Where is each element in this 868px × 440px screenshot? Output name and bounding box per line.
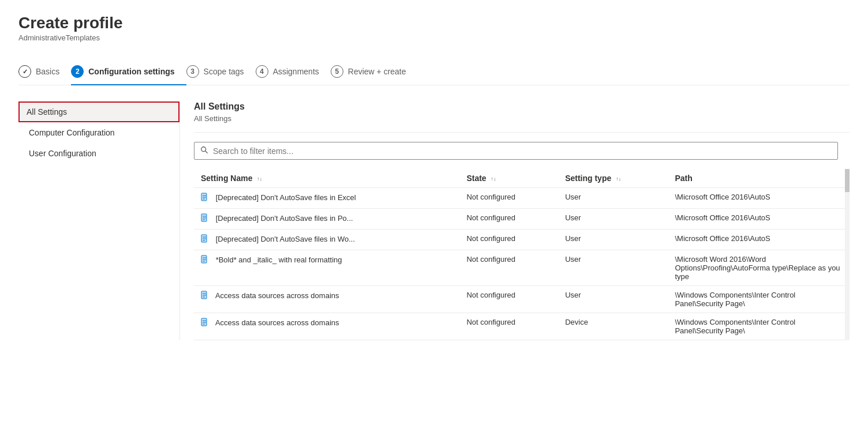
- cell-setting-name: *Bold* and _italic_ with real formatting: [194, 250, 459, 286]
- row-doc-icon: [201, 255, 209, 266]
- cell-setting-name: Access data sources across domains: [194, 286, 459, 313]
- sidebar-item-all-settings[interactable]: All Settings: [18, 101, 179, 122]
- step-scope-badge: 3: [186, 65, 199, 78]
- setting-name-text: Access data sources across domains: [215, 318, 339, 327]
- cell-setting-type: User: [558, 286, 668, 313]
- page-title: Create profile: [18, 14, 850, 32]
- step-config-badge: 2: [71, 65, 84, 78]
- col-state[interactable]: State ↑↓: [459, 169, 558, 188]
- cell-path: \Windows Components\Inter Control Panel\…: [668, 286, 850, 313]
- sidebar-item-computer-config[interactable]: Computer Configuration: [18, 122, 179, 143]
- cell-path: \Microsoft Word 2016\Word Options\Proofi…: [668, 250, 850, 286]
- cell-state: Not configured: [459, 209, 558, 230]
- cell-state: Not configured: [459, 250, 558, 286]
- cell-setting-name: Access data sources across domains: [194, 313, 459, 340]
- sort-setting-type[interactable]: ↑↓: [616, 176, 621, 182]
- cell-setting-type: User: [558, 188, 668, 209]
- step-scope[interactable]: 3 Scope tags: [186, 58, 256, 85]
- step-config[interactable]: 2 Configuration settings: [71, 58, 186, 85]
- table-row[interactable]: [Deprecated] Don't AutoSave files in Exc…: [194, 188, 850, 209]
- setting-name-text: [Deprecated] Don't AutoSave files in Wo.…: [216, 235, 355, 243]
- cell-state: Not configured: [459, 313, 558, 340]
- row-doc-icon: [201, 234, 209, 245]
- cell-state: Not configured: [459, 286, 558, 313]
- table-row[interactable]: [Deprecated] Don't AutoSave files in Wo.…: [194, 230, 850, 250]
- cell-path: \Microsoft Office 2016\AutoS: [668, 188, 850, 209]
- cell-state: Not configured: [459, 230, 558, 250]
- cell-path: \Microsoft Office 2016\AutoS: [668, 230, 850, 250]
- scrollbar-track[interactable]: [845, 169, 850, 340]
- row-doc-icon: [201, 213, 209, 224]
- search-icon: [200, 146, 208, 156]
- step-config-label: Configuration settings: [88, 67, 174, 76]
- sidebar-item-all-settings-label: All Settings: [27, 107, 67, 116]
- settings-table: Setting Name ↑↓ State ↑↓ Setting type ↑↓: [194, 169, 850, 340]
- sidebar-item-user-config[interactable]: User Configuration: [18, 143, 179, 164]
- page-container: Create profile AdministrativeTemplates ✓…: [0, 0, 868, 354]
- step-basics[interactable]: ✓ Basics: [18, 58, 71, 85]
- cell-setting-name: [Deprecated] Don't AutoSave files in Wo.…: [194, 230, 459, 250]
- setting-name-text: Access data sources across domains: [215, 291, 339, 300]
- step-review[interactable]: 5 Review + create: [331, 58, 418, 85]
- cell-setting-type: User: [558, 230, 668, 250]
- table-wrapper: Setting Name ↑↓ State ↑↓ Setting type ↑↓: [194, 169, 850, 340]
- search-bar: [194, 142, 838, 160]
- row-doc-icon: [201, 318, 209, 329]
- page-subtitle: AdministrativeTemplates: [18, 33, 850, 42]
- cell-setting-name: [Deprecated] Don't AutoSave files in Po.…: [194, 209, 459, 230]
- scrollbar-thumb[interactable]: [845, 169, 850, 192]
- row-doc-icon: [201, 291, 209, 302]
- step-scope-label: Scope tags: [204, 67, 244, 76]
- cell-setting-name: [Deprecated] Don't AutoSave files in Exc…: [194, 188, 459, 209]
- step-assignments-label: Assignments: [273, 67, 319, 76]
- cell-setting-type: User: [558, 250, 668, 286]
- step-review-label: Review + create: [348, 67, 406, 76]
- sidebar-item-user-config-label: User Configuration: [29, 149, 96, 158]
- col-setting-type[interactable]: Setting type ↑↓: [558, 169, 668, 188]
- col-path[interactable]: Path: [668, 169, 850, 188]
- table-row[interactable]: *Bold* and _italic_ with real formatting…: [194, 250, 850, 286]
- sidebar: All Settings Computer Configuration User…: [18, 101, 180, 340]
- setting-name-text: [Deprecated] Don't AutoSave files in Po.…: [216, 214, 353, 223]
- sidebar-item-computer-config-label: Computer Configuration: [29, 128, 115, 137]
- step-basics-label: Basics: [36, 67, 59, 76]
- setting-name-text: *Bold* and _italic_ with real formatting: [216, 255, 342, 264]
- setting-name-text: [Deprecated] Don't AutoSave files in Exc…: [216, 193, 356, 202]
- cell-state: Not configured: [459, 188, 558, 209]
- section-title: All Settings: [194, 101, 850, 112]
- step-assignments[interactable]: 4 Assignments: [256, 58, 331, 85]
- main-content: All Settings All Settings Setting Name: [194, 101, 850, 340]
- cell-path: \Microsoft Office 2016\AutoS: [668, 209, 850, 230]
- search-input[interactable]: [213, 146, 832, 156]
- wizard-steps: ✓ Basics 2 Configuration settings 3 Scop…: [18, 58, 850, 85]
- table-row[interactable]: [Deprecated] Don't AutoSave files in Po.…: [194, 209, 850, 230]
- table-row[interactable]: Access data sources across domains Not c…: [194, 313, 850, 340]
- sort-setting-name[interactable]: ↑↓: [257, 176, 262, 182]
- row-doc-icon: [201, 193, 209, 204]
- divider: [194, 132, 850, 133]
- content-area: All Settings Computer Configuration User…: [18, 101, 850, 340]
- sort-state[interactable]: ↑↓: [491, 176, 496, 182]
- breadcrumb: All Settings: [194, 114, 850, 123]
- table-row[interactable]: Access data sources across domains Not c…: [194, 286, 850, 313]
- step-review-badge: 5: [331, 65, 343, 78]
- svg-line-1: [205, 151, 208, 153]
- col-setting-name[interactable]: Setting Name ↑↓: [194, 169, 459, 188]
- cell-setting-type: Device: [558, 313, 668, 340]
- cell-path: \Windows Components\Inter Control Panel\…: [668, 313, 850, 340]
- step-basics-badge: ✓: [18, 65, 31, 78]
- cell-setting-type: User: [558, 209, 668, 230]
- step-assignments-badge: 4: [256, 65, 268, 78]
